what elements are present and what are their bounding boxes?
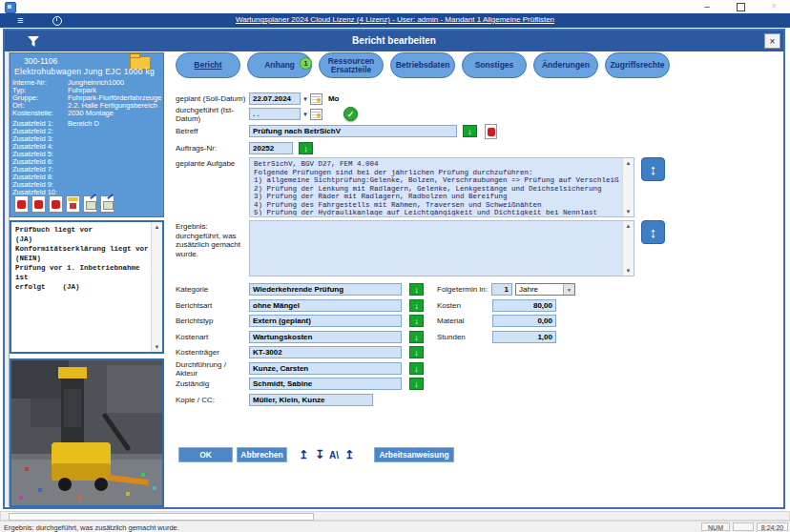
scroll-down-icon[interactable]: ▼ xyxy=(623,207,634,216)
status-spacer xyxy=(733,522,754,531)
pdf-icon[interactable] xyxy=(14,195,29,213)
tab-bericht[interactable]: Bericht xyxy=(176,52,240,78)
zustaendig-input[interactable]: Schmidt, Sabine xyxy=(249,378,402,390)
scroll-up-icon[interactable]: ▲ xyxy=(623,221,634,231)
scroll-up-icon[interactable]: ▲ xyxy=(152,222,162,232)
scroll-down-icon[interactable]: ▼ xyxy=(623,266,634,276)
aufgabe-scrollbar[interactable]: ▲ ▼ xyxy=(622,158,634,216)
scrollbar-thumb[interactable] xyxy=(9,513,314,521)
arbeitsanweisung-button[interactable]: Arbeitsanweisung xyxy=(374,447,454,462)
weekday-label: Mo xyxy=(328,94,340,103)
kategorie-select-button[interactable]: ↓ xyxy=(409,283,424,296)
upload-icon[interactable]: ↥ xyxy=(344,447,354,462)
berichtsart-input[interactable]: ohne Mängel xyxy=(249,299,402,312)
pdf-icon[interactable] xyxy=(49,195,63,213)
dialog-close-button[interactable]: × xyxy=(764,33,780,49)
auftrag-select-button[interactable]: ↓ xyxy=(299,142,313,154)
calendar-picker-button[interactable] xyxy=(310,109,322,120)
signed-doc-icon[interactable] xyxy=(83,195,97,213)
stunden-input[interactable]: 1,00 xyxy=(492,331,556,343)
calendar-doc-icon[interactable] xyxy=(66,195,80,213)
ergebnis-scrollbar[interactable]: ▲ ▼ xyxy=(622,221,634,276)
aufgabe-text: BetrSichV, BGV D27, FEM 4.004 Folgende P… xyxy=(254,160,620,215)
auftrag-input[interactable]: 20252 xyxy=(249,142,293,154)
tab-sonstiges[interactable]: Sonstiges xyxy=(462,52,527,78)
durchgefuehrt-date-input[interactable]: . . xyxy=(249,108,301,120)
field-label: Kostenstelle: xyxy=(12,109,53,117)
aufgabe-textarea[interactable]: BetrSichV, BGV D27, FEM 4.004 Folgende P… xyxy=(249,157,634,217)
betreff-select-button[interactable]: ↓ xyxy=(463,125,477,137)
kopie-label: Kopie / CC: xyxy=(176,396,249,404)
geplant-date-input[interactable]: 22.07.2024 xyxy=(249,92,301,105)
durchgefuehrt-label: durchgeführt (Ist-Datum) xyxy=(176,106,249,123)
field-value: 2030 Montage xyxy=(68,110,114,117)
tab-betriebsdaten[interactable]: Betriebsdaten xyxy=(390,52,455,78)
folgetermin-value-input[interactable]: 1 xyxy=(491,283,512,296)
date-dropdown-icon[interactable]: ▼ xyxy=(302,112,308,117)
import-icon[interactable]: ↧ xyxy=(315,447,324,462)
horizontal-scrollbar[interactable] xyxy=(0,511,790,521)
kostenart-label: Kostenart xyxy=(176,333,249,341)
pdf-icon[interactable] xyxy=(31,195,46,213)
ergebnis-expand-button[interactable]: ↕ xyxy=(641,220,665,244)
kopie-input[interactable]: Müller, Klein, Kunze xyxy=(249,394,373,406)
scroll-up-icon[interactable]: ▲ xyxy=(623,158,634,168)
minimize-button[interactable]: – xyxy=(696,0,717,13)
berichtstyp-input[interactable]: Extern (geplant) xyxy=(249,315,402,327)
kostenart-select-button[interactable]: ↓ xyxy=(409,331,424,343)
zustaendig-select-button[interactable]: ↓ xyxy=(409,378,424,390)
field-value: Bereich D xyxy=(68,120,99,128)
ok-button[interactable]: OK xyxy=(178,447,233,462)
ergebnis-textarea[interactable]: ▲ ▼ xyxy=(249,220,634,276)
date-dropdown-icon[interactable]: ▼ xyxy=(302,96,308,102)
kategorie-input[interactable]: Wiederkehrende Prüfung xyxy=(249,283,402,296)
notes-scrollbar[interactable]: ▲ ▼ xyxy=(151,222,162,352)
auftrag-label: Auftrags-Nr: xyxy=(176,144,249,153)
window-close-button[interactable]: × xyxy=(763,0,784,13)
berichtsart-select-button[interactable]: ↓ xyxy=(409,299,424,312)
font-icon[interactable]: A\ xyxy=(329,447,339,462)
tab-aenderungen[interactable]: Änderungen xyxy=(533,52,598,78)
betreff-input[interactable]: Prüfung nach BetrSichV xyxy=(249,125,457,137)
statusbar: Ergebnis: durchgeführt, was zusätzlich g… xyxy=(0,521,790,532)
kostentraeger-input[interactable]: KT-3002 xyxy=(249,346,402,358)
aufgabe-expand-button[interactable]: ↕ xyxy=(641,157,665,181)
window-titlebar: – × xyxy=(0,0,790,13)
kostenart-input[interactable]: Wartungskosten xyxy=(249,331,402,343)
signed-doc-icon[interactable] xyxy=(100,195,114,213)
equipment-panel: 300-1106 Elektrohubwagen Jung EJC 1000 k… xyxy=(10,52,164,217)
tab-label: Sonstiges xyxy=(475,61,514,70)
app-menubar: ≡ Wartungsplaner 2024 Cloud Lizenz (4 Li… xyxy=(0,13,790,28)
kategorie-label: Kategorie xyxy=(176,285,249,294)
done-check-icon[interactable]: ✓ xyxy=(343,107,358,121)
durchfuehrung-input[interactable]: Kunze, Carsten xyxy=(249,362,402,375)
equipment-photo xyxy=(10,358,164,507)
stunden-label: Stunden xyxy=(437,333,492,341)
tab-ressourcen-ersatzteile[interactable]: Ressourcen Ersatzteile xyxy=(319,52,384,78)
folgetermin-unit-select[interactable]: Jahre ▼ xyxy=(515,283,575,296)
scroll-down-icon[interactable]: ▼ xyxy=(152,342,162,352)
export-icon[interactable]: ↥ xyxy=(299,447,308,462)
berichtsart-label: Berichtsart xyxy=(176,301,249,310)
berichtstyp-select-button[interactable]: ↓ xyxy=(409,315,424,327)
equipment-name: Elektrohubwagen Jung EJC 1000 kg xyxy=(14,67,155,76)
kosten-input[interactable]: 80,00 xyxy=(492,299,556,312)
durchfuehrung-select-button[interactable]: ↓ xyxy=(409,362,424,375)
material-input[interactable]: 0,00 xyxy=(492,315,556,327)
tab-zugriffsrechte[interactable]: Zugriffsrechte xyxy=(605,52,670,78)
tab-label: Bericht xyxy=(194,61,221,70)
equipment-notes-text: Prüfbuch liegt vor (JA) Konformitätserkl… xyxy=(15,225,150,292)
calendar-picker-button[interactable] xyxy=(310,93,322,105)
chevron-down-icon[interactable]: ▼ xyxy=(563,284,574,295)
pdf-icon[interactable] xyxy=(485,124,497,139)
maximize-button[interactable] xyxy=(737,3,745,11)
kostentraeger-select-button[interactable]: ↓ xyxy=(409,346,424,358)
kosten-label: Kosten xyxy=(437,301,492,310)
material-label: Material xyxy=(437,317,492,325)
tab-label: Betriebsdaten xyxy=(396,61,450,70)
geplant-label: geplant (Soll-Datum) xyxy=(176,94,249,103)
app-window: – × ≡ Wartungsplaner 2024 Cloud Lizenz (… xyxy=(0,0,790,532)
berichtstyp-label: Berichtstyp xyxy=(176,317,249,325)
cancel-button[interactable]: Abbrechen xyxy=(237,447,287,462)
equipment-notes[interactable]: Prüfbuch liegt vor (JA) Konformitätserkl… xyxy=(10,220,164,354)
